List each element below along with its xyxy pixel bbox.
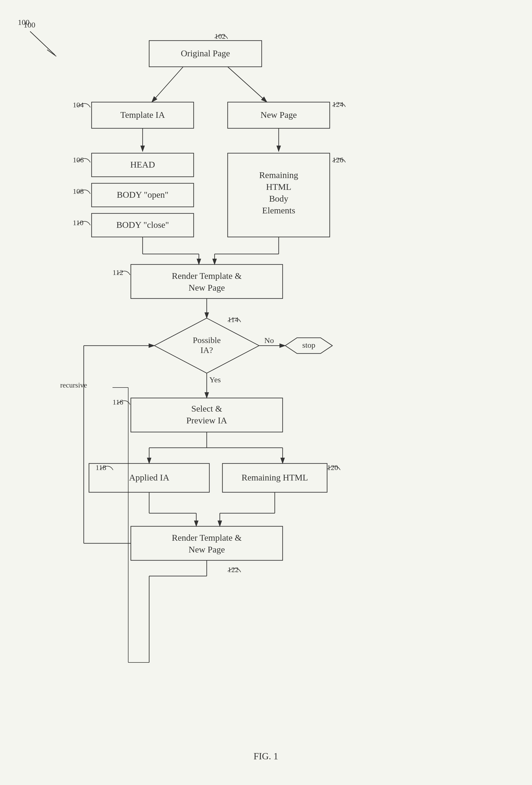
svg-text:114: 114 <box>228 315 238 324</box>
svg-text:Template IA: Template IA <box>121 110 165 120</box>
svg-text:122: 122 <box>228 565 239 574</box>
svg-text:Preview IA: Preview IA <box>186 415 227 425</box>
svg-text:Select &: Select & <box>191 404 222 413</box>
svg-text:Elements: Elements <box>262 206 295 215</box>
svg-text:Remaining: Remaining <box>259 170 298 180</box>
svg-text:BODY "open": BODY "open" <box>117 190 168 200</box>
svg-text:HTML: HTML <box>266 182 291 192</box>
svg-text:112: 112 <box>112 269 123 277</box>
svg-text:Possible: Possible <box>193 335 221 345</box>
svg-text:Original Page: Original Page <box>181 48 230 58</box>
svg-text:110: 110 <box>73 219 83 227</box>
svg-text:New Page: New Page <box>189 545 225 554</box>
svg-text:116: 116 <box>112 398 123 406</box>
svg-text:124: 124 <box>332 100 343 108</box>
svg-text:118: 118 <box>96 463 106 472</box>
svg-text:Yes: Yes <box>209 375 221 384</box>
label-100: 100 <box>18 18 30 27</box>
svg-text:126: 126 <box>332 156 343 164</box>
svg-text:108: 108 <box>73 187 84 195</box>
svg-text:Render Template &: Render Template & <box>172 271 242 281</box>
svg-text:FIG. 1: FIG. 1 <box>254 751 278 761</box>
svg-text:Applied IA: Applied IA <box>129 473 169 482</box>
svg-text:stop: stop <box>302 341 315 349</box>
svg-text:120: 120 <box>327 463 338 472</box>
svg-text:New Page: New Page <box>261 110 297 120</box>
svg-text:New Page: New Page <box>189 283 225 293</box>
svg-text:HEAD: HEAD <box>130 160 155 170</box>
svg-text:IA?: IA? <box>201 345 213 355</box>
svg-text:102: 102 <box>215 32 225 40</box>
diagram-container: 100 102 Original Page 104 Template IA 12… <box>0 0 532 785</box>
svg-text:106: 106 <box>73 156 84 164</box>
svg-text:Remaining HTML: Remaining HTML <box>242 473 308 482</box>
svg-text:recursive: recursive <box>60 381 87 389</box>
svg-text:Body: Body <box>269 194 288 203</box>
svg-text:Render Template &: Render Template & <box>172 533 242 542</box>
svg-text:No: No <box>264 336 274 345</box>
svg-text:104: 104 <box>73 101 84 109</box>
svg-text:BODY "close": BODY "close" <box>116 220 169 230</box>
